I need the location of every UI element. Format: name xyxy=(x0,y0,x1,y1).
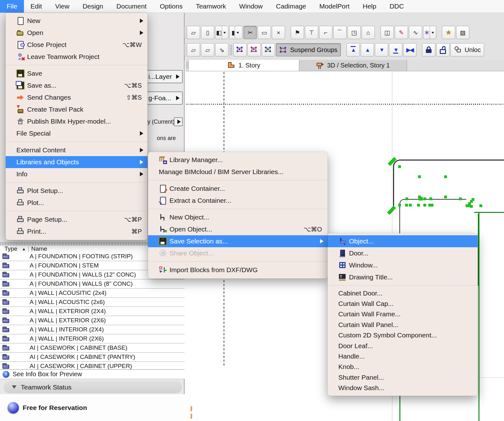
menu-item-publish-bimx[interactable]: Publish BIMx Hyper-model... xyxy=(6,115,147,127)
menu-item-plot-setup[interactable]: Plot Setup... xyxy=(6,185,147,197)
magic-wand-tool-icon[interactable]: ∗ xyxy=(423,26,436,39)
plane-b-tool-icon[interactable]: ▱ xyxy=(201,43,214,56)
menu-ddc[interactable]: DDC xyxy=(383,0,411,13)
favorites-star-icon[interactable]: ★ xyxy=(442,26,455,39)
table-row[interactable]: A | WALL | ACOUSTIC (2x6) xyxy=(0,298,185,307)
menu-cadimage[interactable]: Cadimage xyxy=(269,0,313,13)
column-header-name[interactable]: Name xyxy=(29,245,47,252)
menu-item-curtain-wall-cap[interactable]: Curtain Wall Cap... xyxy=(328,298,478,309)
measure-tool-icon[interactable]: ▭ xyxy=(258,26,271,39)
arc-tool-icon[interactable]: ⌒ xyxy=(333,26,346,39)
autogroup-icon[interactable] xyxy=(262,43,275,56)
menu-item-custom-2d-symbol[interactable]: Custom 2D Symbol Component... xyxy=(328,330,478,341)
extra-tool-icon[interactable]: ▨ xyxy=(456,26,469,39)
red-pen-tool-icon[interactable]: ✎ xyxy=(395,26,408,39)
table-row[interactable]: A | WALL | INTERIOR (2X6) xyxy=(0,334,185,343)
dropdown-chevron-icon[interactable] xyxy=(222,26,227,39)
menu-item-knob[interactable]: Knob... xyxy=(328,362,478,372)
story-flyout-button[interactable] xyxy=(174,117,183,126)
menu-item-object[interactable]: Object... xyxy=(328,235,478,247)
menu-item-close-project[interactable]: Close Project ⌥⌘W xyxy=(6,39,147,51)
table-row[interactable]: A | WALL | EXTERIOR (2X4) xyxy=(0,307,185,316)
menu-item-curtain-wall-frame[interactable]: Curtain Wall Frame... xyxy=(328,309,478,319)
wall-line[interactable] xyxy=(478,214,479,286)
dropdown-chevron-icon[interactable] xyxy=(430,26,435,39)
composite-picker-button[interactable]: g-Foa... xyxy=(143,91,183,105)
menu-item-handle[interactable]: Handle... xyxy=(328,351,478,361)
table-row[interactable]: AI | CASEWORK | CABINET (UPPER) xyxy=(0,362,185,369)
menu-item-new-object[interactable]: New Object... xyxy=(148,211,328,223)
menu-item-open-object[interactable]: Open Object... ⌥⌘O xyxy=(148,223,328,235)
table-row[interactable]: A | WALL | INTERIOR (2X4) xyxy=(0,325,185,334)
plane-arrow-tool-icon[interactable]: ⇘ xyxy=(215,43,228,56)
menu-item-save-as[interactable]: Save as... ⌥⌘S xyxy=(6,79,147,91)
table-row[interactable]: AI | CASEWORK | CABINET (PANTRY) xyxy=(0,353,185,362)
bring-to-front-button[interactable]: ▲ xyxy=(346,43,360,56)
menu-item-print[interactable]: Print... ⌘P xyxy=(6,225,147,237)
menu-design[interactable]: Design xyxy=(76,0,110,13)
menu-item-leave-teamwork[interactable]: Leave Teamwork Project xyxy=(6,51,147,63)
menu-item-open[interactable]: Open xyxy=(6,27,147,39)
menu-item-send-changes[interactable]: Send Changes ⇧⌘S xyxy=(6,91,147,103)
freehand-tool-icon[interactable]: ∿ xyxy=(409,26,422,39)
frame-tool-icon[interactable]: ◫ xyxy=(381,26,394,39)
menu-item-create-travel-pack[interactable]: Create Travel Pack xyxy=(6,103,147,115)
group-icon[interactable] xyxy=(233,43,247,56)
menu-options[interactable]: Options xyxy=(153,0,189,13)
menu-item-cabinet-door[interactable]: Cabinet Door... xyxy=(328,288,478,298)
menu-item-window[interactable]: Window... xyxy=(328,259,478,271)
suspend-groups-button[interactable]: Suspend Groups xyxy=(276,43,341,56)
menu-item-shutter-panel[interactable]: Shutter Panel... xyxy=(328,372,478,383)
menu-modelport[interactable]: ModelPort xyxy=(313,0,356,13)
menu-item-extract-container[interactable]: Extract a Container... xyxy=(148,195,328,207)
column-tool-icon[interactable]: ▮ xyxy=(229,26,243,39)
send-to-back-button[interactable]: ▼ xyxy=(389,43,402,56)
reset-order-button[interactable]: ▶◀ xyxy=(403,43,416,56)
menu-help[interactable]: Help xyxy=(356,0,383,13)
column-header-type[interactable]: Type xyxy=(0,245,17,252)
wall-plane-tool-icon[interactable]: ▯ xyxy=(201,26,214,39)
table-row[interactable]: A | FOUNDATION | WALLS (8" CONC) xyxy=(0,279,185,289)
menu-item-libraries-objects[interactable]: Libraries and Objects xyxy=(6,156,147,168)
menu-file[interactable]: File xyxy=(0,0,24,13)
menu-item-external-content[interactable]: External Content xyxy=(6,144,147,156)
table-row[interactable]: A | WALL | EXTERIOR (2X6) xyxy=(0,316,185,325)
overlap-layers-tool-icon[interactable]: ◧ xyxy=(215,26,228,39)
send-backward-button[interactable]: ▼ xyxy=(375,43,388,56)
menu-item-file-special[interactable]: File Special xyxy=(6,127,147,139)
slab-plane-tool-icon[interactable]: ▱ xyxy=(187,26,200,39)
tab-3d-selection[interactable]: 3D / Selection, Story 1 xyxy=(299,60,407,71)
table-row[interactable]: A | WALL | ACOUSITIC (2x4) xyxy=(0,289,185,298)
menu-item-page-setup[interactable]: Page Setup... ⌥⌘P xyxy=(6,213,147,225)
menu-item-curtain-wall-panel[interactable]: Curtain Wall Panel... xyxy=(328,319,478,330)
menu-document[interactable]: Document xyxy=(110,0,153,13)
menu-item-create-container[interactable]: Create Container... xyxy=(148,183,328,195)
stretch-tool-icon[interactable]: × xyxy=(272,26,285,39)
dropdown-chevron-icon[interactable] xyxy=(235,26,240,39)
tab-1-story[interactable]: 1. Story xyxy=(188,60,299,71)
plane-a-tool-icon[interactable]: ▱ xyxy=(187,43,200,56)
table-row[interactable]: AI | CASEWORK | CABINET (BASE) xyxy=(0,343,185,353)
menu-item-new[interactable]: New xyxy=(6,15,147,27)
menu-item-save-selection-as[interactable]: Save Selection as... xyxy=(148,235,328,247)
layer-picker-button[interactable]: i...Layer xyxy=(143,70,183,83)
bring-forward-button[interactable]: ▲ xyxy=(361,43,374,56)
menu-item-drawing-title[interactable]: Drawing Title... xyxy=(328,271,478,283)
lock-button[interactable] xyxy=(422,43,435,56)
toolbar-drag-handle[interactable] xyxy=(229,44,232,55)
menu-teamwork[interactable]: Teamwork xyxy=(189,0,233,13)
menu-item-door[interactable]: Door... xyxy=(328,247,478,259)
menu-item-share-object[interactable]: Share Object... xyxy=(148,247,328,259)
menu-item-import-blocks[interactable]: Import Blocks from DXF/DWG xyxy=(148,264,328,276)
menu-item-manage-bimcloud[interactable]: Manage BIMcloud / BIM Server Libraries..… xyxy=(148,166,328,178)
menu-item-plot[interactable]: Plot... xyxy=(6,197,147,209)
corner-tool-icon[interactable]: ⌐ xyxy=(319,26,332,39)
menu-item-library-manager[interactable]: Library Manager... xyxy=(148,154,328,166)
menu-item-window-sash[interactable]: Window Sash... xyxy=(328,383,478,393)
menu-window[interactable]: Window xyxy=(232,0,269,13)
menu-edit[interactable]: Edit xyxy=(24,0,49,13)
menu-view[interactable]: View xyxy=(49,0,76,13)
home-story-tool-icon[interactable]: ⌂ xyxy=(362,26,375,39)
flag-tool-icon[interactable]: ⚑ xyxy=(291,26,304,39)
teamwork-status-header[interactable]: Teamwork Status xyxy=(4,381,182,393)
